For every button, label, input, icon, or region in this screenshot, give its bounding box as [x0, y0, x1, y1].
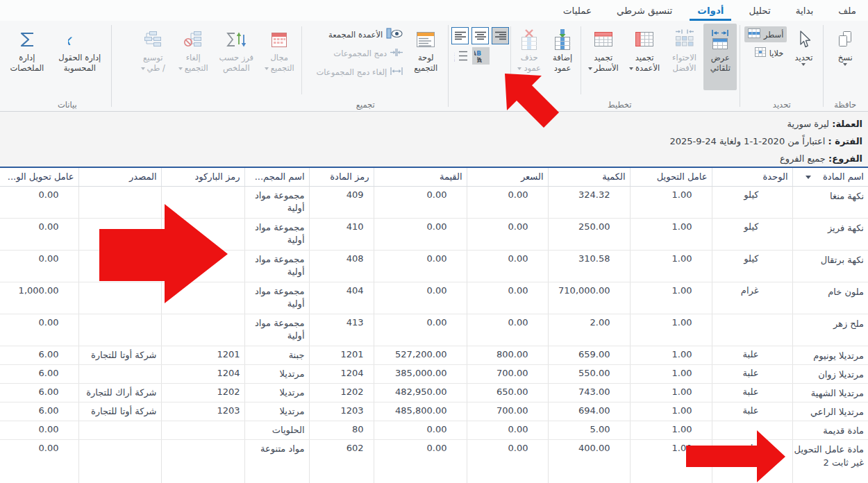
cell[interactable]: 0.00 — [0, 421, 78, 439]
cell[interactable]: مادة عامل التحويل غير ثابت 2 — [792, 439, 868, 483]
column-header[interactable]: الكمية — [548, 168, 630, 186]
merge-groups-button[interactable]: دمج المجموعات — [303, 45, 406, 61]
cell[interactable]: 602 — [309, 439, 374, 483]
cell[interactable]: مرتديلا — [244, 402, 309, 421]
cell[interactable]: 0.00 — [467, 250, 548, 282]
cell[interactable]: 1.00 — [630, 402, 712, 421]
cell[interactable]: 0.00 — [467, 421, 548, 439]
cell[interactable]: 482,950.00 — [374, 383, 467, 402]
tab-0[interactable]: ملف — [831, 0, 864, 21]
cell[interactable]: 659.00 — [548, 346, 630, 364]
best-fit-button[interactable]: الاحتواء الأفضل — [665, 24, 704, 90]
cell[interactable]: 250.00 — [548, 218, 630, 250]
cell[interactable]: 0.00 — [467, 218, 548, 250]
cell[interactable]: 700.00 — [467, 402, 548, 421]
cell[interactable] — [78, 421, 161, 439]
cell[interactable]: 650.00 — [467, 383, 548, 402]
cell[interactable]: 0.00 — [0, 439, 78, 483]
cell[interactable]: مواد متنوعة — [244, 439, 309, 483]
cell[interactable] — [161, 314, 244, 346]
align-right-button[interactable] — [492, 27, 509, 44]
cell[interactable]: علبة — [712, 346, 792, 364]
cell[interactable]: 1201 — [309, 346, 374, 364]
cell[interactable]: 0.00 — [0, 186, 78, 218]
cell[interactable]: 6.00 — [0, 346, 78, 364]
cell[interactable]: الحلويات — [244, 421, 309, 439]
cell[interactable]: 408 — [309, 250, 374, 282]
cell[interactable]: علبة — [712, 383, 792, 402]
column-header[interactable]: المصدر — [78, 168, 161, 186]
cell[interactable]: 0.00 — [467, 314, 548, 346]
tab-4[interactable]: تنسيق شرطي — [609, 0, 680, 21]
cell[interactable]: 1201 — [161, 346, 244, 364]
cell[interactable]: 2.00 — [548, 314, 630, 346]
cell[interactable]: كيلو — [712, 250, 792, 282]
cell[interactable]: 1204 — [309, 364, 374, 383]
cell[interactable]: 80 — [309, 421, 374, 439]
cell[interactable]: 1204 — [161, 364, 244, 383]
add-column-button[interactable]: إضافة عمود — [546, 24, 579, 90]
column-header[interactable]: القيمة — [374, 168, 467, 186]
cell[interactable]: 0.00 — [467, 439, 548, 483]
cell[interactable]: 694.00 — [548, 402, 630, 421]
cell[interactable]: 0.00 — [467, 282, 548, 314]
cell[interactable]: مجموعة مواد أولية — [244, 186, 309, 218]
cell[interactable] — [161, 421, 244, 439]
cell[interactable]: نكهة منغا — [792, 186, 868, 218]
cell[interactable]: مرتديلا زوان — [792, 364, 868, 383]
tab-2[interactable]: تحليل — [741, 0, 778, 21]
tab-3[interactable]: أدوات — [690, 0, 731, 21]
cell[interactable]: شركة أراك للتجارة — [78, 383, 161, 402]
cell[interactable]: شركة أوتا للتجارة — [78, 402, 161, 421]
cell[interactable]: 409 — [309, 186, 374, 218]
cell[interactable]: 527,200.00 — [374, 346, 467, 364]
cell[interactable] — [78, 439, 161, 483]
cell[interactable]: 1.00 — [630, 250, 712, 282]
cell[interactable]: 1,000.00 — [0, 282, 78, 314]
cell[interactable]: 0.00 — [374, 421, 467, 439]
unmerge-groups-button[interactable]: إلغاء دمج المجموعات — [303, 64, 406, 80]
freeze-rows-button[interactable]: تجميد الأسطر — [583, 24, 624, 90]
cell[interactable] — [712, 314, 792, 346]
cell[interactable]: 1.00 — [630, 439, 712, 483]
column-header[interactable]: رمز المادة — [309, 168, 374, 186]
filter-caret-icon[interactable] — [806, 176, 811, 182]
cell[interactable]: مجموعة مواد أولية — [244, 282, 309, 314]
grouping-panel-button[interactable]: لوحة التجميع — [406, 24, 445, 90]
cell[interactable]: 413 — [309, 314, 374, 346]
cell[interactable]: 1.00 — [630, 314, 712, 346]
cell[interactable]: ملون خام — [792, 282, 868, 314]
cell[interactable]: 6.00 — [0, 383, 78, 402]
cell[interactable]: مادة قديمة — [792, 421, 868, 439]
cell[interactable]: 400.00 — [548, 439, 630, 483]
cell[interactable]: شركة أوتا للتجارة — [78, 346, 161, 364]
cell[interactable] — [78, 364, 161, 383]
cell[interactable] — [161, 439, 244, 483]
ungroup-button[interactable]: إلغاء التجميع — [172, 24, 214, 90]
cell[interactable]: علبة — [712, 402, 792, 421]
cell[interactable]: جبنة — [244, 346, 309, 364]
cell[interactable]: 0.00 — [467, 186, 548, 218]
cell[interactable]: 1.00 — [630, 186, 712, 218]
tab-1[interactable]: بداية — [788, 0, 821, 21]
column-header[interactable]: اسم المجم... — [244, 168, 309, 186]
cell[interactable]: 0.00 — [0, 218, 78, 250]
cell[interactable]: 550.00 — [548, 364, 630, 383]
align-center-button[interactable] — [471, 27, 489, 44]
cell[interactable]: 1.00 — [630, 364, 712, 383]
cell[interactable]: 0.00 — [374, 439, 467, 483]
cell[interactable] — [161, 186, 244, 218]
grouping-scope-button[interactable]: مجال التجميع — [258, 24, 300, 90]
select-rows-button[interactable]: أسطر — [744, 26, 787, 42]
cell[interactable] — [78, 218, 161, 250]
cell[interactable] — [78, 314, 161, 346]
cell[interactable]: 0.00 — [374, 282, 467, 314]
cell[interactable]: مجموعة مواد أولية — [244, 314, 309, 346]
manage-calculated-fields-button[interactable]: fx إدارة الحقول المحسوبة — [51, 24, 108, 90]
cell[interactable]: 410 — [309, 218, 374, 250]
cell[interactable]: 1.00 — [630, 218, 712, 250]
cell[interactable]: مرتديلا — [244, 383, 309, 402]
rename-headers-button[interactable]: A B A — [472, 47, 490, 65]
cell[interactable]: علبة — [712, 439, 792, 483]
column-header[interactable]: الوحدة — [712, 168, 792, 186]
